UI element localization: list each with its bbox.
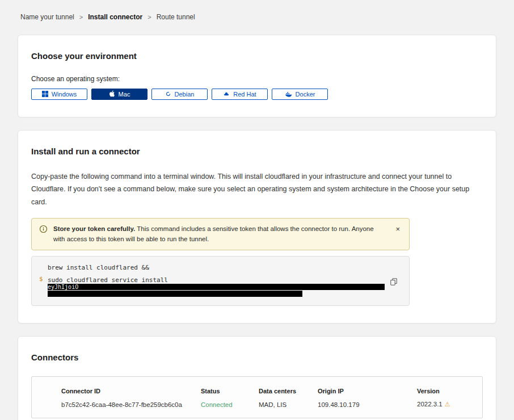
os-chooser-label: Choose an operating system: (31, 75, 483, 83)
breadcrumb-separator: > (79, 14, 83, 20)
token-warning-text: Store your token carefully. This command… (53, 224, 384, 245)
os-button-debian[interactable]: Debian (151, 89, 208, 100)
cell-version: 2022.3.1⚠ (417, 401, 473, 408)
install-command-codeblock: $ brew install cloudflared && sudo cloud… (31, 256, 410, 306)
os-button-row: Windows Mac Debian Red Hat (31, 89, 483, 100)
install-description: Copy-paste the following command into a … (31, 170, 483, 208)
debian-icon (165, 91, 171, 98)
install-connector-card: Install and run a connector Copy-paste t… (18, 130, 496, 324)
status-badge: Connected (201, 401, 259, 408)
docker-icon (285, 91, 292, 98)
header-version: Version (417, 388, 473, 394)
breadcrumb-separator: > (148, 14, 151, 20)
cell-origin-ip: 109.48.10.179 (318, 401, 417, 408)
table-row: b7c52c42-6caa-48ee-8c77-fbe259cb6c0a Con… (32, 401, 482, 408)
cell-data-centers: MAD, LIS (259, 401, 318, 408)
os-button-windows[interactable]: Windows (31, 89, 87, 100)
os-button-label: Red Hat (233, 91, 256, 98)
environment-card-title: Choose your environment (31, 51, 483, 61)
os-button-label: Mac (119, 91, 130, 98)
header-status: Status (201, 388, 259, 394)
breadcrumb-step-route-tunnel[interactable]: Route tunnel (157, 13, 195, 21)
shell-prompt: $ (39, 275, 43, 283)
connectors-card-title: Connectors (31, 352, 483, 362)
version-warning-icon: ⚠ (445, 401, 450, 408)
header-origin-ip: Origin IP (318, 388, 417, 394)
os-button-docker[interactable]: Docker (272, 89, 328, 100)
environment-card: Choose your environment Choose an operat… (18, 35, 496, 117)
install-card-title: Install and run a connector (31, 146, 483, 156)
header-connector-id: Connector ID (61, 388, 201, 394)
page: Name your tunnel > Install connector > R… (18, 0, 496, 420)
header-data-centers: Data centers (259, 388, 318, 394)
windows-icon (42, 91, 48, 98)
redacted-token-line-1: eyJhIjoiO (48, 284, 385, 290)
breadcrumb-step-install-connector[interactable]: Install connector (88, 13, 142, 21)
table-header-row: Connector ID Status Data centers Origin … (32, 388, 482, 394)
breadcrumb-step-name-tunnel[interactable]: Name your tunnel (20, 13, 74, 21)
code-line-1: brew install cloudflared && (48, 264, 386, 271)
token-warning-bold: Store your token carefully. (53, 225, 135, 232)
breadcrumb: Name your tunnel > Install connector > R… (18, 13, 496, 21)
cell-connector-id: b7c52c42-6caa-48ee-8c77-fbe259cb6c0a (61, 401, 201, 408)
info-icon (39, 225, 48, 236)
code-line-2: sudo cloudflared service install (48, 276, 386, 284)
apple-icon (109, 90, 115, 98)
copy-icon[interactable] (389, 276, 399, 289)
os-button-label: Windows (52, 91, 77, 98)
redhat-icon (223, 91, 230, 98)
token-warning-alert: Store your token carefully. This command… (31, 218, 410, 251)
os-button-label: Debian (175, 91, 195, 98)
os-button-redhat[interactable]: Red Hat (212, 89, 268, 100)
os-button-mac[interactable]: Mac (91, 89, 148, 100)
redacted-token-line-2 (48, 291, 302, 297)
connectors-table: Connector ID Status Data centers Origin … (31, 376, 483, 418)
connectors-card: Connectors Connector ID Status Data cent… (18, 336, 496, 420)
version-value: 2022.3.1 (417, 401, 443, 408)
os-button-label: Docker (296, 91, 315, 98)
close-icon[interactable]: × (393, 224, 402, 234)
